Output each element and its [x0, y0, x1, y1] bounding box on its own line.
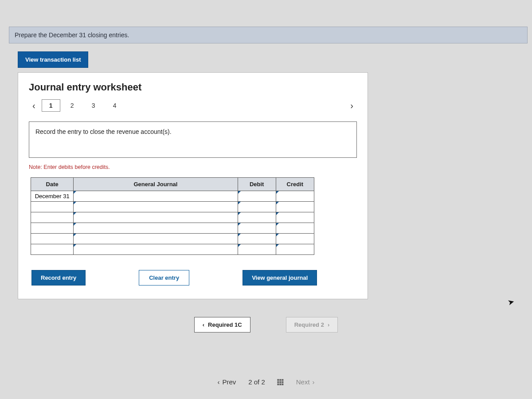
required-nav-row: ‹ Required 1C Required 2 ›	[0, 317, 532, 332]
debit-cell[interactable]	[238, 223, 276, 234]
chevron-right-icon: ›	[313, 378, 315, 386]
footer-next-button[interactable]: Next ›	[296, 378, 315, 386]
pager-text: 2 of 2	[248, 378, 265, 386]
entry-description-text: Record the entry to close the revenue ac…	[35, 128, 172, 135]
date-cell[interactable]	[31, 234, 74, 244]
col-header-date: Date	[31, 178, 74, 191]
col-header-credit: Credit	[276, 178, 314, 191]
tab-4[interactable]: 4	[106, 99, 124, 112]
action-row: Record entry Clear entry View general jo…	[31, 270, 357, 286]
worksheet-title: Journal entry worksheet	[29, 82, 357, 93]
footer-prev-button[interactable]: ‹ Prev	[217, 378, 236, 386]
table-row	[31, 234, 314, 244]
tab-2[interactable]: 2	[63, 99, 82, 112]
date-cell[interactable]	[31, 212, 74, 223]
debit-cell[interactable]	[238, 191, 276, 202]
required-prev-button[interactable]: ‹ Required 1C	[194, 317, 250, 332]
table-row	[31, 202, 314, 212]
view-general-journal-button[interactable]: View general journal	[243, 270, 317, 286]
instruction-text: Prepare the December 31 closing entries.	[15, 31, 129, 39]
credit-cell[interactable]	[276, 212, 314, 223]
date-cell[interactable]	[31, 244, 74, 255]
col-header-debit: Debit	[238, 178, 276, 191]
credit-cell[interactable]	[276, 202, 314, 212]
tab-next-arrow[interactable]: ›	[347, 100, 357, 112]
table-row	[31, 212, 314, 223]
date-cell[interactable]	[31, 202, 74, 212]
credit-cell[interactable]	[276, 223, 314, 234]
journal-cell[interactable]	[74, 234, 238, 244]
required-next-button[interactable]: Required 2 ›	[286, 317, 338, 332]
chevron-right-icon: ›	[328, 321, 329, 328]
chevron-left-icon: ‹	[217, 378, 219, 386]
worksheet-tabs: ‹ 1 2 3 4 ›	[29, 99, 357, 112]
credit-cell[interactable]	[276, 244, 314, 255]
tab-prev-arrow[interactable]: ‹	[29, 100, 39, 112]
date-cell[interactable]: December 31	[31, 191, 74, 202]
instruction-bar: Prepare the December 31 closing entries.	[9, 27, 528, 43]
debit-cell[interactable]	[238, 234, 276, 244]
table-row	[31, 223, 314, 234]
worksheet-panel: Journal entry worksheet ‹ 1 2 3 4 › Reco…	[18, 72, 368, 299]
entry-description-box: Record the entry to close the revenue ac…	[29, 121, 357, 158]
col-header-journal: General Journal	[74, 178, 238, 191]
credit-cell[interactable]	[276, 191, 314, 202]
debit-cell[interactable]	[238, 212, 276, 223]
debit-cell[interactable]	[238, 244, 276, 255]
view-transaction-label: View transaction list	[25, 56, 81, 63]
record-entry-button[interactable]: Record entry	[31, 270, 86, 286]
table-row	[31, 244, 314, 255]
view-transaction-button[interactable]: View transaction list	[18, 51, 88, 68]
date-cell[interactable]	[31, 223, 74, 234]
journal-cell[interactable]	[74, 202, 238, 212]
chevron-left-icon: ‹	[203, 321, 204, 328]
journal-cell[interactable]	[74, 191, 238, 202]
footer-nav: ‹ Prev 2 of 2 Next ›	[217, 378, 314, 386]
debit-cell[interactable]	[238, 202, 276, 212]
journal-table: Date General Journal Debit Credit Decemb…	[31, 177, 314, 255]
clear-entry-button[interactable]: Clear entry	[139, 270, 189, 286]
credit-cell[interactable]	[276, 234, 314, 244]
journal-cell[interactable]	[74, 223, 238, 234]
journal-cell[interactable]	[74, 244, 238, 255]
tab-3[interactable]: 3	[84, 99, 103, 112]
table-row: December 31	[31, 191, 314, 202]
journal-cell[interactable]	[74, 212, 238, 223]
tab-1[interactable]: 1	[42, 99, 60, 112]
grid-icon[interactable]	[278, 379, 284, 385]
note-text: Note: Enter debits before credits.	[29, 164, 357, 170]
cursor-icon: ➤	[506, 296, 515, 307]
